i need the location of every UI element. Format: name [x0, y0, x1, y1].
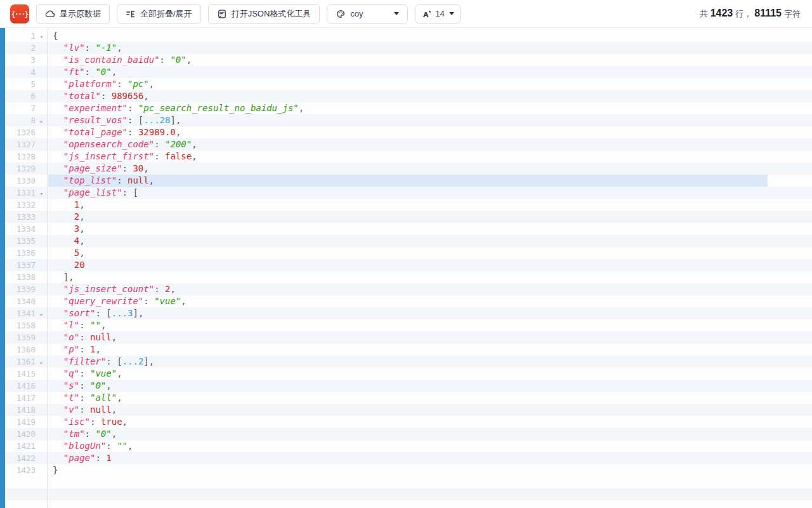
code-area: 1▾{2 "lv": "-1",3 "is_contain_baidu": "0…: [0, 28, 812, 508]
json-punctuation: :: [85, 67, 96, 77]
palette-icon: [336, 9, 346, 19]
expand-arrow-icon[interactable]: ▸: [40, 311, 43, 318]
code-line: 1361▸ "filter": [...2],: [0, 356, 812, 368]
json-punctuation: :: [154, 284, 165, 294]
empty-line: [0, 476, 812, 488]
theme-select[interactable]: coy: [327, 4, 408, 23]
line-number: 1333: [0, 211, 36, 223]
json-punctuation: :: [79, 332, 90, 342]
json-tool-icon: [217, 9, 227, 19]
json-key: "js_insert_first": [63, 151, 154, 161]
toolbar: {···} 显示原数据 全部折叠/展开 打开JSON格式化工具: [0, 0, 812, 28]
code-line: 1417 "t": "all",: [0, 392, 812, 404]
line-number: 1326: [0, 126, 36, 138]
json-punctuation: ,: [176, 127, 181, 137]
stats-char-count: 81115: [754, 8, 782, 18]
show-raw-data-button[interactable]: 显示原数据: [36, 4, 110, 23]
expand-arrow-icon[interactable]: ▸: [40, 359, 43, 366]
json-number-value: 32989.0: [138, 127, 176, 137]
code-line-content: "total": 989656,: [48, 90, 812, 102]
line-number: 5: [0, 78, 36, 90]
line-number: 1418: [0, 404, 36, 416]
line-number: 1336: [0, 247, 36, 259]
json-viewer: 1▾{2 "lv": "-1",3 "is_contain_baidu": "0…: [0, 28, 812, 508]
line-number: 1358: [0, 319, 36, 331]
json-number-value: true: [101, 417, 122, 427]
stats-line-count: 1423: [710, 8, 733, 18]
code-line: 1418 "v": null,: [0, 404, 812, 416]
code-line-content: }: [48, 464, 812, 476]
code-line-content: "page_list": [: [48, 187, 812, 199]
json-punctuation: ,: [192, 151, 197, 161]
json-number-value: null: [90, 404, 112, 415]
json-key: "total_page": [63, 127, 128, 137]
json-punctuation: {: [53, 30, 58, 41]
json-punctuation: ,: [101, 320, 106, 330]
code-line: 1▾{: [0, 30, 812, 42]
toggle-collapse-all-label: 全部折叠/展开: [140, 8, 192, 20]
json-punctuation: ,: [117, 368, 122, 378]
json-key: "page_list": [63, 187, 122, 197]
code-line: 1359 "o": null,: [0, 331, 812, 344]
code-line: 1330 "top_list": null,: [0, 175, 812, 187]
code-line-content: "l": "",: [48, 319, 812, 331]
code-line: 1326 "total_page": 32989.0,: [0, 126, 812, 138]
json-punctuation: :: [79, 320, 90, 330]
code-line: 7 "experiment": "pc_search_result_no_bai…: [0, 102, 812, 114]
json-key: "t": [63, 392, 79, 403]
json-punctuation: : [: [95, 308, 111, 318]
json-punctuation: : [: [106, 356, 122, 366]
code-line: 8▸ "result_vos": [...28],: [0, 114, 812, 126]
line-number: 1340: [0, 295, 36, 307]
json-punctuation: :: [154, 151, 165, 161]
json-key: "filter": [63, 356, 106, 366]
json-punctuation: }: [53, 465, 58, 475]
json-punctuation: ,: [106, 380, 111, 391]
json-string-value: "0": [90, 380, 106, 391]
json-punctuation: ,: [117, 392, 122, 403]
json-punctuation: :: [160, 55, 171, 65]
code-line: 1415 "q": "vue",: [0, 368, 812, 380]
code-line-content: "result_vos": [...28],: [48, 114, 812, 126]
code-line-content: 5,: [48, 247, 812, 259]
line-number: 1331: [0, 187, 36, 199]
code-line-content: "sort": [...3],: [48, 307, 812, 319]
json-number-value: null: [128, 175, 149, 185]
line-number: 2: [0, 42, 36, 54]
json-punctuation: ,: [79, 248, 84, 258]
json-key: "total": [63, 91, 101, 101]
json-punctuation: ,: [170, 284, 175, 294]
code-line: 1339 "js_insert_count": 2,: [0, 283, 812, 295]
font-size-select[interactable]: A 14: [415, 4, 461, 23]
code-line-content: "page": 1: [48, 452, 812, 464]
line-number: 1421: [0, 440, 36, 452]
line-number: 8: [0, 114, 36, 126]
line-number: 1327: [0, 138, 36, 150]
json-number-value: 1: [74, 199, 79, 210]
line-number: 1: [0, 30, 36, 42]
line-number: 3: [0, 54, 36, 66]
toggle-collapse-all-button[interactable]: 全部折叠/展开: [117, 4, 201, 23]
expand-arrow-icon[interactable]: ▸: [40, 118, 43, 124]
code-line: 1358 "l": "",: [0, 319, 812, 331]
code-line: 1340 "query_rewrite": "vue",: [0, 295, 812, 307]
accent-bar: [0, 28, 5, 508]
collapsed-item-count: ...28: [143, 115, 170, 125]
collapse-arrow-icon[interactable]: ▾: [40, 34, 43, 40]
stats-lines-unit: 行，: [735, 9, 752, 18]
open-json-tool-button[interactable]: 打开JSON格式化工具: [208, 4, 320, 23]
json-punctuation: ,: [79, 224, 84, 234]
line-number: 1329: [0, 163, 36, 175]
code-line: 3 "is_contain_baidu": "0",: [0, 54, 812, 66]
code-line: 1416 "s": "0",: [0, 380, 812, 392]
json-key: "lv": [63, 43, 85, 53]
line-number: [0, 488, 36, 500]
svg-text:A: A: [423, 10, 429, 18]
collapse-arrow-icon[interactable]: ▾: [40, 190, 43, 197]
line-number: 1415: [0, 368, 36, 380]
code-line-content: [48, 488, 812, 500]
line-number: 1338: [0, 271, 36, 283]
cloud-icon: [45, 9, 55, 19]
code-line: 1331▾ "page_list": [: [0, 187, 812, 199]
json-punctuation: :: [117, 79, 128, 89]
